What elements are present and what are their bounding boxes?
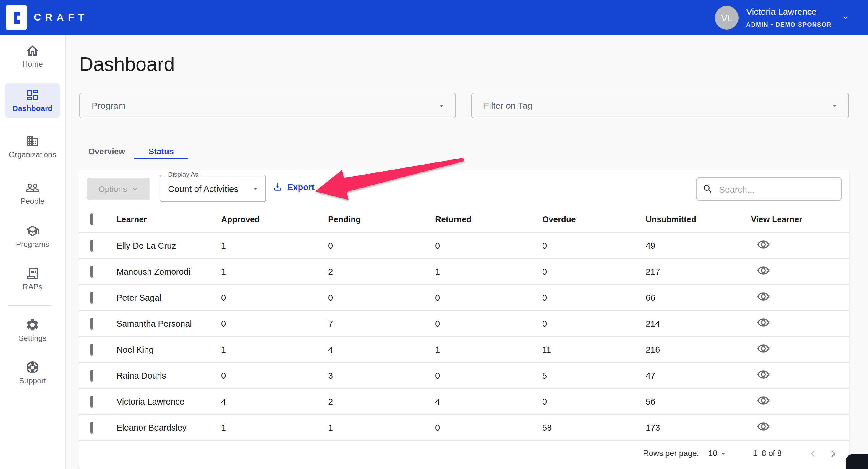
cell-approved: 0 (221, 293, 328, 302)
sidebar-item-programs[interactable]: Programs (0, 224, 65, 249)
view-learner-eye-icon[interactable] (757, 290, 770, 303)
tab-status[interactable]: Status (134, 143, 188, 159)
organizations-icon (25, 134, 40, 148)
view-learner-eye-icon[interactable] (757, 316, 770, 329)
sidebar-divider (8, 125, 52, 125)
display-as-select[interactable]: Display As Count of Activities (160, 175, 266, 202)
cell-pending: 4 (328, 345, 435, 354)
support-icon (25, 360, 40, 374)
sidebar-item-organizations[interactable]: Organizations (0, 134, 65, 159)
user-role: ADMIN • DEMO SPONSOR (746, 21, 832, 28)
cell-approved: 4 (221, 397, 328, 406)
tab-overview[interactable]: Overview (79, 143, 134, 159)
cell-unsubmitted: 173 (646, 423, 751, 432)
dashboard-icon (25, 88, 40, 102)
view-learner-eye-icon[interactable] (757, 238, 770, 251)
rows-per-page-select[interactable]: 10 (708, 448, 728, 458)
status-panel: Options Display As Count of Activities E… (79, 170, 849, 469)
view-learner-eye-icon[interactable] (757, 394, 770, 407)
row-checkbox[interactable] (90, 239, 93, 252)
user-menu-chevron-down-icon[interactable] (841, 13, 850, 23)
brand-name: CRAFT (34, 0, 88, 35)
table-header-row: Learner Approved Pending Returned Overdu… (79, 206, 849, 233)
sidebar-item-raps[interactable]: RAPs (0, 266, 65, 291)
column-header-overdue: Overdue (542, 214, 646, 224)
search-input[interactable] (718, 183, 833, 195)
cell-unsubmitted: 217 (646, 267, 751, 276)
cell-pending: 3 (328, 371, 435, 380)
cell-returned: 0 (435, 371, 542, 380)
row-checkbox[interactable] (90, 343, 93, 355)
row-checkbox[interactable] (90, 317, 93, 329)
cell-returned: 0 (435, 293, 542, 302)
cell-pending: 7 (328, 319, 435, 328)
dropdown-caret-icon (830, 100, 840, 111)
view-learner-eye-icon[interactable] (757, 264, 770, 277)
table-row: Peter Sagal 0 0 0 0 66 (79, 285, 849, 311)
row-checkbox[interactable] (90, 369, 93, 381)
topbar: CRAFT VL Victoria Lawrence ADMIN • DEMO … (0, 0, 868, 35)
view-learner-eye-icon[interactable] (757, 342, 770, 355)
table-row: Noel King 1 4 1 11 216 (79, 337, 849, 363)
table-body: Elly De La Cruz 1 0 0 0 49 Manoush Zomor… (79, 233, 849, 441)
sidebar: Home Dashboard Organizations People Prog… (0, 35, 66, 469)
program-select[interactable]: Program (79, 93, 456, 118)
cell-overdue: 0 (542, 293, 646, 302)
column-header-learner: Learner (117, 214, 221, 224)
cell-pending: 1 (328, 423, 435, 432)
search-icon (703, 184, 713, 194)
filter-on-tag-select[interactable]: Filter on Tag (471, 93, 849, 118)
previous-page-button[interactable] (803, 443, 823, 463)
row-checkbox[interactable] (90, 396, 93, 407)
craft-logo-icon (6, 5, 27, 30)
cell-learner: Noel King (117, 345, 221, 354)
chat-widget[interactable] (845, 454, 868, 469)
cell-pending: 0 (328, 241, 435, 250)
search-box (696, 177, 842, 201)
sidebar-item-home[interactable]: Home (0, 44, 65, 69)
rows-per-page-label: Rows per page: (643, 449, 699, 458)
cell-overdue: 0 (542, 241, 646, 250)
learner-status-table: Learner Approved Pending Returned Overdu… (79, 206, 849, 441)
cell-overdue: 0 (542, 267, 646, 276)
row-checkbox[interactable] (90, 422, 93, 433)
cell-unsubmitted: 216 (646, 345, 751, 354)
page-title: Dashboard (79, 53, 175, 76)
cell-learner: Eleanor Beardsley (117, 423, 221, 432)
next-page-button[interactable] (823, 443, 843, 463)
sidebar-item-dashboard[interactable]: Dashboard (5, 83, 60, 118)
cell-returned: 4 (435, 397, 542, 406)
sidebar-item-support[interactable]: Support (0, 360, 65, 385)
download-icon (272, 181, 283, 193)
cell-approved: 1 (221, 267, 328, 276)
cell-unsubmitted: 56 (646, 397, 751, 406)
export-button[interactable]: Export (272, 181, 315, 193)
column-header-view-learner: View Learner (751, 214, 855, 224)
table-row: Raina Douris 0 3 0 5 47 (79, 363, 849, 389)
dropdown-caret-icon (436, 100, 447, 111)
cell-overdue: 58 (542, 423, 646, 432)
table-row: Eleanor Beardsley 1 1 0 58 173 (79, 415, 849, 441)
row-checkbox[interactable] (90, 266, 93, 277)
view-learner-eye-icon[interactable] (757, 420, 770, 433)
table-row: Victoria Lawrence 4 2 4 0 56 (79, 389, 849, 415)
avatar[interactable]: VL (715, 6, 739, 30)
row-checkbox[interactable] (90, 292, 93, 303)
pagination-range: 1–8 of 8 (753, 449, 782, 458)
cell-approved: 1 (221, 345, 328, 354)
cell-returned: 0 (435, 241, 542, 250)
options-button[interactable]: Options (87, 178, 150, 200)
view-learner-eye-icon[interactable] (757, 368, 770, 381)
select-all-checkbox[interactable] (90, 213, 93, 225)
cell-learner: Raina Douris (117, 371, 221, 380)
cell-learner: Samantha Personal (117, 319, 221, 328)
table-row: Manoush Zomorodi 1 2 1 0 217 (79, 259, 849, 285)
pagination-bar: Rows per page: 10 1–8 of 8 (79, 438, 849, 469)
active-tab-indicator (134, 158, 188, 160)
sidebar-item-settings[interactable]: Settings (0, 318, 65, 343)
sidebar-item-people[interactable]: People (0, 181, 65, 206)
cell-learner: Elly De La Cruz (117, 241, 221, 250)
column-header-returned: Returned (435, 214, 542, 224)
cell-overdue: 5 (542, 371, 646, 380)
cell-overdue: 0 (542, 397, 646, 406)
